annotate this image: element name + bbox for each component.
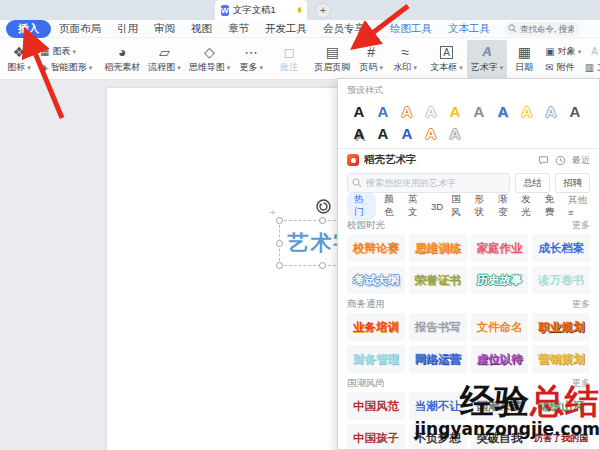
- tab-drawing-tools[interactable]: 绘图工具: [382, 21, 440, 37]
- filter-shape[interactable]: 形状: [475, 193, 490, 219]
- wordart-tile[interactable]: 网络运营: [409, 345, 467, 373]
- wordart-tile[interactable]: 当潮不让: [409, 392, 467, 420]
- filter-english[interactable]: 英文: [408, 193, 423, 219]
- preset-style-item[interactable]: A: [419, 122, 443, 144]
- watermark-button[interactable]: ≈水印: [388, 40, 422, 78]
- wordart-tile[interactable]: 荣誉证书: [409, 266, 467, 294]
- menu-divider: [377, 23, 378, 34]
- preset-style-item[interactable]: A: [539, 100, 563, 122]
- page-number-button[interactable]: #页码: [354, 40, 388, 78]
- textbox-button[interactable]: A文本框: [426, 40, 467, 78]
- preset-style-item[interactable]: A: [371, 100, 395, 122]
- wordart-tile[interactable]: 读万卷书: [532, 266, 590, 294]
- wordart-tile[interactable]: 中国风范: [347, 392, 405, 420]
- preset-style-item[interactable]: A: [395, 100, 419, 122]
- object-button[interactable]: ▣对象: [541, 45, 585, 58]
- resize-handle-w[interactable]: [276, 240, 283, 247]
- wordart-tile[interactable]: 中国孩子: [347, 424, 405, 450]
- preset-style-item[interactable]: A: [371, 122, 395, 144]
- preset-style-item[interactable]: A: [467, 100, 491, 122]
- resize-handle-s[interactable]: [319, 262, 326, 269]
- command-search[interactable]: [504, 22, 580, 36]
- tab-page-layout[interactable]: 页面布局: [51, 21, 109, 37]
- preset-style-item[interactable]: A: [443, 122, 467, 144]
- insert-icon-button[interactable]: ❖ 图标: [2, 40, 36, 78]
- tab-references[interactable]: 引用: [109, 21, 146, 37]
- wordart-tile[interactable]: 不负梦想: [409, 424, 467, 450]
- filter-3d[interactable]: 3D: [431, 201, 443, 212]
- wordart-tile[interactable]: 虚位以待: [471, 345, 529, 373]
- preset-style-item[interactable]: A: [563, 100, 587, 122]
- wordart-tile[interactable]: 财务管理: [347, 345, 405, 373]
- chart-icon: ▦: [40, 46, 49, 57]
- tab-member[interactable]: 会员专享: [315, 21, 373, 37]
- wordart-button[interactable]: A艺术字: [467, 40, 508, 78]
- more-insert-button[interactable]: ⋯更多: [234, 40, 268, 78]
- preset-style-item[interactable]: A: [515, 100, 539, 122]
- wordart-tile[interactable]: 文件命名: [471, 313, 529, 341]
- date-button[interactable]: ▦日期: [507, 40, 541, 78]
- filter-glow[interactable]: 发光: [521, 193, 536, 219]
- attachment-button[interactable]: ✉附件: [541, 61, 578, 74]
- wordart-icon: A: [482, 44, 491, 61]
- wordart-tile[interactable]: 历史故事: [471, 266, 529, 294]
- clock-icon[interactable]: [555, 155, 566, 166]
- wordart-tile[interactable]: 校辩论赛: [347, 234, 405, 262]
- wordart-tile[interactable]: 国潮来袭: [471, 392, 529, 420]
- more-link[interactable]: 更多: [572, 219, 590, 232]
- wordart-tile[interactable]: 考试大纲: [347, 266, 405, 294]
- smart-graphic-button[interactable]: ◈智能图形: [36, 61, 96, 74]
- filter-free[interactable]: 免费: [545, 193, 560, 219]
- preset-style-item[interactable]: A: [443, 100, 467, 122]
- preset-style-item[interactable]: A: [419, 100, 443, 122]
- tab-dev-tools[interactable]: 开发工具: [257, 21, 315, 37]
- wordart-search-input[interactable]: [347, 173, 510, 193]
- wordart-tile[interactable]: 家庭作业: [471, 234, 529, 262]
- section-header-school: 校园时光 更多: [347, 218, 590, 232]
- rotate-handle[interactable]: [316, 199, 331, 216]
- preset-style-item[interactable]: A: [395, 122, 419, 144]
- wordart-tile[interactable]: 职业规划: [532, 313, 590, 341]
- section-title: 商务通用: [347, 298, 572, 311]
- wordart-tile[interactable]: 思维训练: [409, 234, 467, 262]
- tab-insert[interactable]: 插入: [6, 20, 51, 38]
- tab-text-tools[interactable]: 文本工具: [440, 21, 498, 37]
- resize-handle-nw[interactable]: [276, 217, 283, 224]
- filter-guofeng[interactable]: 国风: [451, 193, 466, 219]
- filter-hot[interactable]: 热门: [347, 192, 376, 220]
- preset-style-item[interactable]: A: [347, 122, 371, 144]
- resize-handle-sw[interactable]: [276, 262, 283, 269]
- filter-color[interactable]: 颜色: [384, 193, 399, 219]
- doc-part-button[interactable]: ▥文档部件: [581, 61, 600, 74]
- wordart-tile[interactable]: 营销策划: [532, 345, 590, 373]
- button-label: 思维导图: [189, 61, 231, 74]
- wordart-tile[interactable]: 突破自我: [471, 424, 529, 450]
- more-link[interactable]: 更多: [572, 298, 590, 311]
- flowchart-button[interactable]: ▱流程图: [144, 40, 185, 78]
- daoke-material-button[interactable]: ◕稻壳素材: [100, 40, 144, 78]
- filter-gradient[interactable]: 渐变: [498, 193, 513, 219]
- wordart-tile[interactable]: 厉害了我的国: [532, 424, 590, 450]
- wordart-tile[interactable]: 成长档案: [532, 234, 590, 262]
- feedback-icon[interactable]: [538, 155, 549, 166]
- preset-style-item[interactable]: A: [347, 100, 371, 122]
- tag-button-summary[interactable]: 总结: [515, 173, 550, 193]
- more-link[interactable]: 更多: [572, 377, 590, 390]
- wordart-tile[interactable]: 报告书写: [409, 313, 467, 341]
- tab-view[interactable]: 视图: [183, 21, 220, 37]
- insert-chart-button[interactable]: ▦图表: [36, 45, 96, 58]
- header-footer-button[interactable]: ▤页眉页脚: [310, 40, 354, 78]
- wordart-tile[interactable]: 锦绣山河: [532, 392, 590, 420]
- tab-review[interactable]: 审阅: [146, 21, 183, 37]
- tab-section[interactable]: 章节: [220, 21, 257, 37]
- preset-style-item[interactable]: A: [491, 100, 515, 122]
- header-footer-icon: ▤: [326, 44, 339, 61]
- tag-button-recruit[interactable]: 招聘: [555, 173, 590, 193]
- resize-handle-n[interactable]: [319, 217, 326, 224]
- wordart-tile[interactable]: 业务培训: [347, 313, 405, 341]
- recent-label[interactable]: 最近: [572, 154, 590, 167]
- document-tab[interactable]: W 文字文稿1: [215, 0, 307, 20]
- filter-other[interactable]: 其他 ≡: [568, 194, 590, 218]
- new-tab-button[interactable]: +: [315, 3, 331, 18]
- mindmap-button[interactable]: ◇思维导图: [185, 40, 235, 78]
